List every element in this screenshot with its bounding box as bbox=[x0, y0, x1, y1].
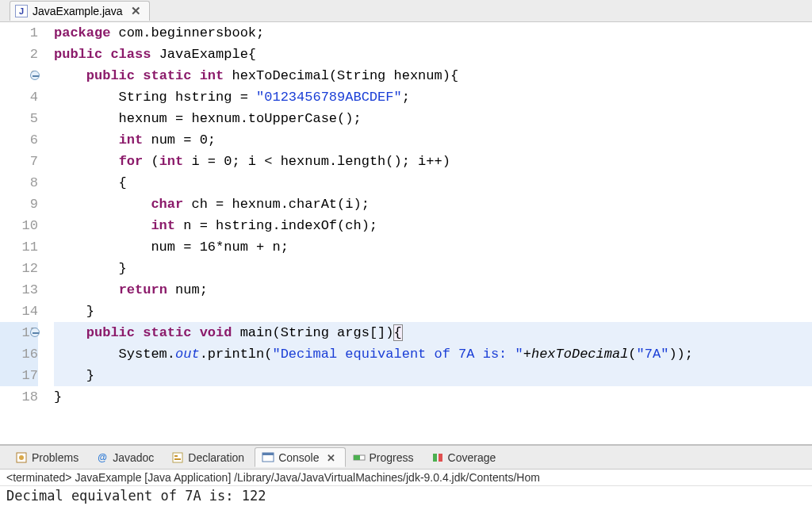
code-line[interactable]: hexnum = hexnum.toUpperCase(); bbox=[54, 108, 812, 129]
code-line[interactable]: public class JavaExample{ bbox=[54, 44, 812, 65]
tab-declaration[interactable]: Declaration bbox=[164, 447, 255, 467]
code-line[interactable]: for (int i = 0; i < hexnum.length(); i++… bbox=[54, 151, 812, 172]
tab-declaration-label: Declaration bbox=[188, 451, 244, 464]
tab-problems[interactable]: Problems bbox=[8, 447, 89, 467]
code-editor[interactable]: 123456789101112131415161718 package com.… bbox=[0, 22, 812, 444]
editor-tab-bar: J JavaExample.java ✕ bbox=[0, 0, 812, 22]
tab-javadoc-label: Javadoc bbox=[113, 451, 154, 464]
editor-area: J JavaExample.java ✕ 1234567891011121314… bbox=[0, 0, 812, 444]
svg-rect-3 bbox=[174, 455, 178, 457]
code-line[interactable]: } bbox=[54, 258, 812, 279]
declaration-icon bbox=[171, 451, 184, 464]
code-line[interactable]: } bbox=[54, 301, 812, 322]
tab-problems-label: Problems bbox=[32, 451, 79, 464]
code-line[interactable]: public static void main(String args[]){ bbox=[54, 322, 812, 343]
bottom-view-tabs: Problems @ Javadoc Declaration Console ✕… bbox=[0, 446, 812, 470]
editor-tab-label: JavaExample.java bbox=[33, 5, 123, 17]
tab-coverage-label: Coverage bbox=[448, 451, 496, 464]
code-content[interactable]: package com.beginnersbook;public class J… bbox=[46, 22, 812, 444]
svg-rect-4 bbox=[174, 458, 181, 460]
fold-toggle-icon[interactable] bbox=[30, 328, 40, 337]
tab-progress-label: Progress bbox=[370, 451, 414, 464]
code-line[interactable]: public static int hexToDecimal(String he… bbox=[54, 65, 812, 86]
tab-progress[interactable]: Progress bbox=[346, 447, 424, 467]
code-line[interactable]: { bbox=[54, 172, 812, 194]
tab-console-label: Console bbox=[278, 451, 319, 464]
svg-point-1 bbox=[19, 455, 24, 460]
code-line[interactable]: System.out.println("Decimal equivalent o… bbox=[54, 343, 812, 365]
tab-console[interactable]: Console ✕ bbox=[255, 447, 345, 467]
javadoc-icon: @ bbox=[96, 451, 109, 464]
svg-rect-2 bbox=[173, 453, 182, 462]
code-line[interactable]: char ch = hexnum.charAt(i); bbox=[54, 194, 812, 215]
tab-javadoc[interactable]: @ Javadoc bbox=[89, 447, 164, 467]
fold-toggle-icon[interactable] bbox=[30, 71, 40, 80]
code-line[interactable]: package com.beginnersbook; bbox=[54, 22, 812, 44]
problems-icon bbox=[15, 451, 28, 464]
line-number-gutter: 123456789101112131415161718 bbox=[0, 22, 46, 444]
code-line[interactable]: } bbox=[54, 365, 812, 386]
coverage-icon bbox=[431, 451, 444, 464]
code-line[interactable]: int num = 0; bbox=[54, 129, 812, 151]
console-icon bbox=[262, 451, 274, 464]
close-icon[interactable]: ✕ bbox=[327, 452, 335, 464]
code-line[interactable]: num = 16*num + n; bbox=[54, 236, 812, 258]
svg-rect-9 bbox=[433, 454, 437, 462]
java-file-icon: J bbox=[15, 5, 28, 17]
console-status: <terminated> JavaExample [Java Applicati… bbox=[0, 470, 812, 486]
code-line[interactable]: } bbox=[54, 386, 812, 408]
svg-rect-8 bbox=[354, 455, 360, 460]
code-line[interactable]: return num; bbox=[54, 279, 812, 301]
code-line[interactable]: int n = hstring.indexOf(ch); bbox=[54, 215, 812, 236]
svg-rect-6 bbox=[262, 453, 274, 455]
code-line[interactable]: String hstring = "0123456789ABCDEF"; bbox=[54, 86, 812, 108]
progress-icon bbox=[353, 451, 366, 464]
svg-rect-10 bbox=[439, 454, 442, 462]
editor-tab-javaexample[interactable]: J JavaExample.java ✕ bbox=[10, 1, 150, 21]
tab-coverage[interactable]: Coverage bbox=[424, 447, 507, 467]
bottom-panel: Problems @ Javadoc Declaration Console ✕… bbox=[0, 444, 812, 529]
close-icon[interactable]: ✕ bbox=[131, 4, 141, 18]
console-output[interactable]: Decimal equivalent of 7A is: 122 bbox=[0, 486, 812, 505]
